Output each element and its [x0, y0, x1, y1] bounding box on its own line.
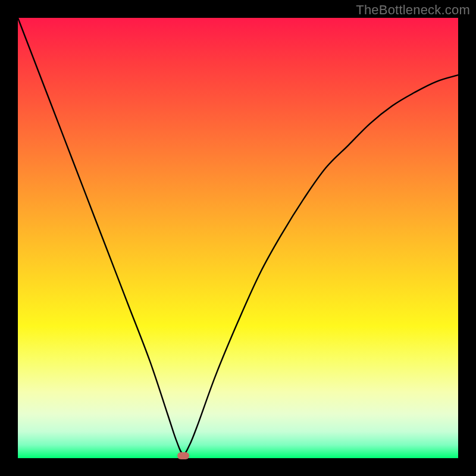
plot-area — [18, 18, 458, 458]
optimal-point-marker — [177, 452, 189, 459]
watermark-text: TheBottleneck.com — [356, 2, 470, 18]
bottleneck-curve — [18, 18, 458, 458]
chart-frame: TheBottleneck.com — [0, 0, 476, 476]
